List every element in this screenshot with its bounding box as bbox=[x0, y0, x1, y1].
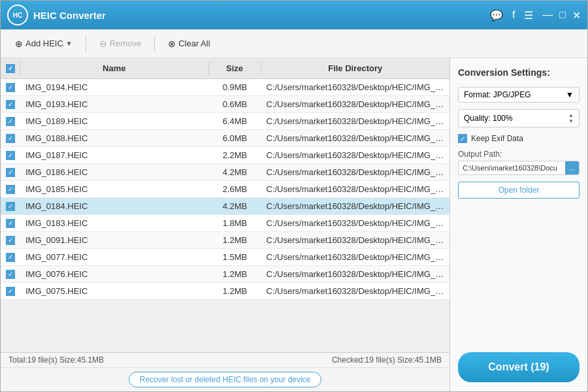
file-name: IMG_0186.HEIC bbox=[20, 164, 209, 180]
open-folder-button[interactable]: Open folder bbox=[458, 182, 580, 199]
chevron-down-icon: ▼ bbox=[66, 40, 73, 47]
header-size: Size bbox=[209, 62, 261, 74]
file-name: IMG_0091.HEIC bbox=[20, 232, 209, 248]
status-bar: Total:19 file(s) Size:45.1MB Checked:19 … bbox=[1, 352, 449, 367]
table-row[interactable]: ✓ IMG_0183.HEIC 1.8MB C:/Users/market160… bbox=[1, 215, 449, 232]
row-checkbox-cell: ✓ bbox=[1, 97, 20, 112]
close-button[interactable]: ✕ bbox=[572, 9, 581, 22]
row-checkbox-cell: ✓ bbox=[1, 233, 20, 248]
quality-row: Quality: 100% ▲ ▼ bbox=[458, 109, 580, 127]
quality-input[interactable]: Quality: 100% ▲ ▼ bbox=[458, 109, 580, 127]
minus-circle-icon: ⊖ bbox=[99, 39, 107, 49]
file-size: 2.2MB bbox=[209, 147, 261, 163]
title-bar-controls: — □ ✕ bbox=[542, 9, 581, 22]
output-path-input: C:\Users\market160328\Docu ... bbox=[458, 161, 580, 175]
header-checkbox-cell: ✓ bbox=[1, 62, 20, 74]
total-files-status: Total:19 file(s) Size:45.1MB bbox=[8, 355, 104, 365]
convert-button[interactable]: Convert (19) bbox=[458, 352, 580, 382]
row-checkbox[interactable]: ✓ bbox=[6, 151, 15, 160]
file-path: C:/Users/market160328/Desktop/HEIC/IMG_0… bbox=[261, 147, 450, 163]
file-size: 1.2MB bbox=[209, 232, 261, 248]
recovery-bar: Recover lost or deleted HEIC files on yo… bbox=[1, 367, 449, 391]
row-checkbox[interactable]: ✓ bbox=[6, 117, 15, 126]
keep-exif-row[interactable]: ✓ Keep Exif Data bbox=[458, 134, 580, 143]
recovery-link[interactable]: Recover lost or deleted HEIC files on yo… bbox=[129, 372, 321, 387]
file-size: 0.9MB bbox=[209, 79, 261, 95]
row-checkbox-cell: ✓ bbox=[1, 250, 20, 265]
maximize-button[interactable]: □ bbox=[559, 9, 566, 22]
file-path: C:/Users/market160328/Desktop/HEIC/IMG_0… bbox=[261, 249, 450, 265]
chevron-down-icon: ▼ bbox=[566, 90, 574, 99]
table-row[interactable]: ✓ IMG_0184.HEIC 4.2MB C:/Users/market160… bbox=[1, 198, 449, 215]
table-header: ✓ Name Size File Directory bbox=[1, 58, 449, 79]
table-row[interactable]: ✓ IMG_0189.HEIC 6.4MB C:/Users/market160… bbox=[1, 113, 449, 130]
row-checkbox[interactable]: ✓ bbox=[6, 236, 15, 245]
table-row[interactable]: ✓ IMG_0187.HEIC 2.2MB C:/Users/market160… bbox=[1, 147, 449, 164]
file-name: IMG_0194.HEIC bbox=[20, 79, 209, 95]
row-checkbox[interactable]: ✓ bbox=[6, 270, 15, 279]
file-name: IMG_0187.HEIC bbox=[20, 147, 209, 163]
add-heic-button[interactable]: ⊕ Add HEIC ▼ bbox=[8, 35, 79, 52]
menu-icon[interactable]: ☰ bbox=[524, 9, 533, 22]
file-name: IMG_0183.HEIC bbox=[20, 215, 209, 231]
title-bar: HC HEIC Converter 💬 f ☰ — □ ✕ bbox=[1, 1, 587, 29]
row-checkbox-cell: ✓ bbox=[1, 148, 20, 163]
table-body: ✓ IMG_0194.HEIC 0.9MB C:/Users/market160… bbox=[1, 79, 449, 352]
file-path: C:/Users/market160328/Desktop/HEIC/IMG_0… bbox=[261, 130, 450, 146]
output-path-value: C:\Users\market160328\Docu bbox=[459, 161, 565, 174]
clear-all-button[interactable]: ⊗ Clear All bbox=[161, 35, 216, 52]
file-size: 1.2MB bbox=[209, 266, 261, 282]
file-size: 0.6MB bbox=[209, 96, 261, 112]
file-name: IMG_0188.HEIC bbox=[20, 130, 209, 146]
settings-title: Conversion Settings: bbox=[458, 67, 580, 78]
row-checkbox-cell: ✓ bbox=[1, 114, 20, 129]
row-checkbox[interactable]: ✓ bbox=[6, 83, 15, 92]
row-checkbox[interactable]: ✓ bbox=[6, 100, 15, 109]
row-checkbox[interactable]: ✓ bbox=[6, 287, 15, 296]
checked-files-status: Checked:19 file(s) Size:45.1MB bbox=[332, 355, 442, 365]
file-path: C:/Users/market160328/Desktop/HEIC/IMG_0… bbox=[261, 232, 450, 248]
format-select[interactable]: Format: JPG/JPEG ▼ bbox=[458, 87, 580, 103]
file-size: 2.6MB bbox=[209, 181, 261, 197]
down-arrow-icon: ▼ bbox=[568, 118, 574, 124]
table-row[interactable]: ✓ IMG_0091.HEIC 1.2MB C:/Users/market160… bbox=[1, 232, 449, 249]
keep-exif-label: Keep Exif Data bbox=[471, 134, 523, 143]
file-path: C:/Users/market160328/Desktop/HEIC/IMG_0… bbox=[261, 266, 450, 282]
row-checkbox-cell: ✓ bbox=[1, 182, 20, 197]
row-checkbox-cell: ✓ bbox=[1, 284, 20, 299]
format-value: Format: JPG/JPEG bbox=[464, 90, 531, 99]
title-bar-icons: 💬 f ☰ bbox=[490, 9, 533, 22]
table-row[interactable]: ✓ IMG_0076.HEIC 1.2MB C:/Users/market160… bbox=[1, 266, 449, 283]
up-arrow-icon: ▲ bbox=[568, 112, 574, 118]
table-row[interactable]: ✓ IMG_0194.HEIC 0.9MB C:/Users/market160… bbox=[1, 79, 449, 96]
row-checkbox-cell: ✓ bbox=[1, 165, 20, 180]
facebook-icon[interactable]: f bbox=[512, 9, 515, 21]
row-checkbox[interactable]: ✓ bbox=[6, 202, 15, 211]
table-row[interactable]: ✓ IMG_0075.HEIC 1.2MB C:/Users/market160… bbox=[1, 283, 449, 300]
remove-button[interactable]: ⊖ Remove bbox=[93, 35, 148, 52]
minimize-button[interactable]: — bbox=[542, 9, 553, 22]
chat-icon[interactable]: 💬 bbox=[490, 9, 503, 22]
table-row[interactable]: ✓ IMG_0193.HEIC 0.6MB C:/Users/market160… bbox=[1, 96, 449, 113]
row-checkbox[interactable]: ✓ bbox=[6, 219, 15, 228]
header-name: Name bbox=[20, 62, 209, 74]
toolbar-separator-2 bbox=[154, 36, 155, 52]
file-path: C:/Users/market160328/Desktop/HEIC/IMG_0… bbox=[261, 164, 450, 180]
select-all-checkbox[interactable]: ✓ bbox=[6, 64, 15, 73]
table-row[interactable]: ✓ IMG_0188.HEIC 6.0MB C:/Users/market160… bbox=[1, 130, 449, 147]
quality-arrows: ▲ ▼ bbox=[568, 112, 574, 124]
app-title: HEIC Converter bbox=[33, 10, 490, 21]
row-checkbox-cell: ✓ bbox=[1, 216, 20, 231]
settings-panel: Conversion Settings: Format: JPG/JPEG ▼ … bbox=[450, 58, 587, 391]
browse-button[interactable]: ... bbox=[565, 161, 579, 174]
file-name: IMG_0076.HEIC bbox=[20, 266, 209, 282]
quality-value: Quality: 100% bbox=[464, 114, 513, 123]
table-row[interactable]: ✓ IMG_0077.HEIC 1.5MB C:/Users/market160… bbox=[1, 249, 449, 266]
keep-exif-checkbox[interactable]: ✓ bbox=[458, 134, 467, 143]
row-checkbox[interactable]: ✓ bbox=[6, 185, 15, 194]
table-row[interactable]: ✓ IMG_0185.HEIC 2.6MB C:/Users/market160… bbox=[1, 181, 449, 198]
table-row[interactable]: ✓ IMG_0186.HEIC 4.2MB C:/Users/market160… bbox=[1, 164, 449, 181]
row-checkbox[interactable]: ✓ bbox=[6, 134, 15, 143]
row-checkbox[interactable]: ✓ bbox=[6, 253, 15, 262]
row-checkbox[interactable]: ✓ bbox=[6, 168, 15, 177]
